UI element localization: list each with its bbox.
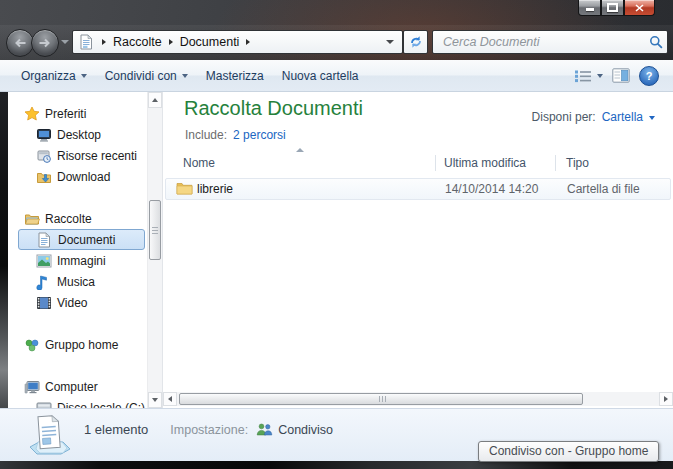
chevron-down-icon (597, 74, 603, 78)
preview-pane-icon (612, 68, 630, 83)
horizontal-scrollbar-thumb[interactable] (179, 393, 583, 405)
views-button[interactable] (574, 69, 603, 83)
file-row-librerie[interactable]: librerie 14/10/2014 14:20 Cartella di fi… (165, 178, 671, 200)
item-count: 1 elemento (84, 422, 148, 437)
sidebar-item-label: Disco locale (C:) (57, 401, 145, 409)
navigation-pane: Preferiti Desktop Risorse recenti Downlo… (8, 92, 147, 408)
include-locations-link[interactable]: 2 percorsi (233, 128, 286, 142)
sidebar-item-desktop[interactable]: Desktop (8, 124, 147, 145)
explorer-window: Raccolte Documenti Organizza (0, 0, 673, 469)
window-left-border (0, 92, 8, 408)
maximize-icon (607, 3, 618, 12)
sidebar-group-gruppo-home[interactable]: Gruppo home (8, 334, 147, 355)
minimize-button[interactable] (578, 0, 601, 16)
nuova-cartella-button[interactable]: Nuova cartella (273, 64, 368, 88)
views-list-icon (574, 69, 592, 83)
arrange-by-label: Disponi per: (532, 110, 596, 124)
sort-ascending-icon (296, 148, 304, 152)
pictures-icon (36, 254, 54, 268)
nuova-cartella-label: Nuova cartella (282, 69, 359, 83)
scroll-right-button[interactable] (659, 392, 673, 406)
sidebar-group-computer[interactable]: Computer (8, 376, 147, 397)
condividi-con-button[interactable]: Condividi con (96, 64, 197, 88)
minimize-icon (586, 8, 594, 11)
question-mark-icon: ? (646, 70, 653, 82)
sidebar-group-raccolte[interactable]: Raccolte (8, 208, 147, 229)
scroll-left-button[interactable] (163, 392, 177, 406)
include-line: Include: 2 percorsi (185, 128, 286, 142)
refresh-icon (408, 34, 424, 50)
recent-places-icon (36, 148, 54, 164)
hard-disk-icon (36, 401, 54, 408)
search-icon[interactable] (649, 35, 663, 49)
toolbar-right-group: ? (574, 66, 665, 86)
sidebar-item-label: Documenti (58, 233, 115, 247)
file-modified-date: 14/10/2014 14:20 (445, 182, 538, 196)
sidebar-item-musica[interactable]: Musica (8, 271, 147, 292)
sidebar-spacer (8, 313, 147, 334)
forward-button[interactable] (31, 29, 59, 57)
arrow-right-icon (664, 396, 668, 402)
setting-label: Impostazione: (170, 423, 248, 437)
video-filmstrip-icon (36, 296, 54, 310)
search-input[interactable] (441, 34, 649, 50)
favorites-star-icon (24, 106, 42, 122)
navigation-bar: Raccolte Documenti (0, 25, 673, 60)
breadcrumb-arrow-icon[interactable] (169, 39, 173, 45)
maximize-button[interactable] (601, 0, 624, 16)
sidebar-item-disco-locale[interactable]: Disco locale (C:) (8, 397, 147, 408)
chevron-down-icon (649, 116, 655, 120)
sidebar-item-video[interactable]: Video (8, 292, 147, 313)
computer-icon (24, 379, 42, 395)
column-separator[interactable] (435, 155, 436, 171)
scroll-up-button[interactable] (148, 92, 162, 108)
setting-value: Condiviso (278, 423, 333, 437)
download-folder-icon (36, 169, 54, 185)
arrange-by-control[interactable]: Disponi per: Cartella (532, 110, 655, 124)
masterizza-button[interactable]: Masterizza (197, 64, 273, 88)
window-controls (578, 0, 655, 16)
sidebar-item-label: Video (57, 296, 87, 310)
horizontal-scrollbar[interactable] (163, 392, 673, 406)
desktop-icon (36, 127, 54, 143)
sidebar-item-risorse-recenti[interactable]: Risorse recenti (8, 145, 147, 166)
sidebar-spacer (8, 355, 147, 376)
help-button[interactable]: ? (639, 66, 659, 86)
forward-arrow-icon (38, 37, 52, 49)
sidebar-vertical-scrollbar[interactable] (147, 92, 162, 408)
title-bar[interactable] (0, 0, 673, 25)
sidebar-spacer (8, 187, 147, 208)
tooltip: Condiviso con - Gruppo home (478, 441, 659, 462)
vertical-scrollbar-thumb[interactable] (149, 200, 161, 260)
address-bar[interactable]: Raccolte Documenti (72, 30, 403, 54)
sidebar-item-download[interactable]: Download (8, 166, 147, 187)
library-document-icon (79, 34, 93, 50)
column-header-ultima-modifica[interactable]: Ultima modifica (444, 152, 526, 174)
chevron-down-icon (182, 74, 188, 78)
close-button[interactable] (624, 0, 655, 16)
arrow-up-icon (152, 98, 158, 102)
refresh-button[interactable] (403, 30, 428, 54)
breadcrumb-item-raccolte[interactable]: Raccolte (113, 35, 162, 49)
breadcrumb-item-documenti[interactable]: Documenti (180, 35, 240, 49)
column-header-nome[interactable]: Nome (183, 152, 215, 174)
recent-pages-dropdown-icon[interactable] (61, 40, 69, 44)
back-button[interactable] (6, 29, 34, 57)
sidebar-item-documenti[interactable]: Documenti (18, 229, 145, 250)
address-history-dropdown-icon[interactable] (386, 40, 394, 44)
breadcrumb-arrow-icon[interactable] (102, 39, 106, 45)
column-separator[interactable] (555, 155, 556, 171)
search-box[interactable] (432, 30, 668, 54)
shared-people-icon (256, 423, 273, 436)
arrange-by-value[interactable]: Cartella (602, 110, 643, 124)
breadcrumb-arrow-icon[interactable] (246, 39, 250, 45)
column-header-tipo[interactable]: Tipo (566, 152, 589, 174)
sidebar-group-preferiti[interactable]: Preferiti (8, 103, 147, 124)
scroll-down-button[interactable] (148, 392, 162, 408)
preview-pane-button[interactable] (612, 68, 630, 83)
organizza-button[interactable]: Organizza (12, 64, 96, 88)
sidebar-item-immagini[interactable]: Immagini (8, 250, 147, 271)
sidebar-item-label: Risorse recenti (57, 149, 137, 163)
column-headers: Nome Ultima modifica Tipo (163, 152, 673, 174)
window-bottom-border (0, 461, 673, 469)
